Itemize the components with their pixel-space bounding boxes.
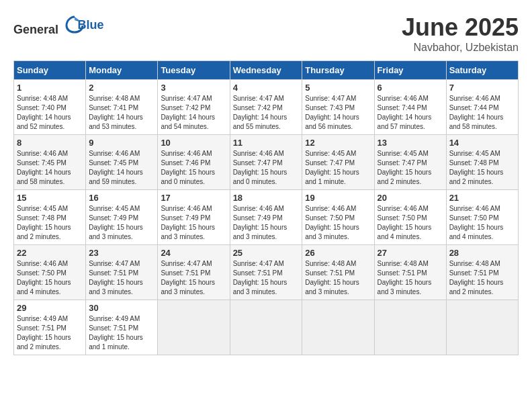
day-number: 16 <box>89 193 154 203</box>
col-sunday: Sunday <box>14 61 86 80</box>
day-info: Sunrise: 4:47 AMSunset: 7:43 PMDaylight:… <box>305 94 371 132</box>
table-row: 23Sunrise: 4:47 AMSunset: 7:51 PMDayligh… <box>86 245 158 300</box>
table-row: 21Sunrise: 4:46 AMSunset: 7:50 PMDayligh… <box>446 190 518 245</box>
day-number: 18 <box>233 193 300 203</box>
table-row: 16Sunrise: 4:45 AMSunset: 7:49 PMDayligh… <box>86 190 158 245</box>
day-info: Sunrise: 4:47 AMSunset: 7:51 PMDaylight:… <box>233 259 300 297</box>
calendar-header-row: Sunday Monday Tuesday Wednesday Thursday… <box>14 61 519 80</box>
day-info: Sunrise: 4:47 AMSunset: 7:51 PMDaylight:… <box>89 259 154 297</box>
day-info: Sunrise: 4:45 AMSunset: 7:48 PMDaylight:… <box>449 149 515 187</box>
table-row <box>374 300 446 355</box>
table-row <box>302 300 374 355</box>
day-number: 23 <box>89 248 154 258</box>
day-number: 27 <box>378 248 443 258</box>
calendar-week-row: 1Sunrise: 4:48 AMSunset: 7:40 PMDaylight… <box>14 80 519 135</box>
table-row: 1Sunrise: 4:48 AMSunset: 7:40 PMDaylight… <box>14 80 86 135</box>
table-row: 25Sunrise: 4:47 AMSunset: 7:51 PMDayligh… <box>230 245 302 300</box>
day-number: 30 <box>89 303 154 313</box>
table-row: 28Sunrise: 4:48 AMSunset: 7:51 PMDayligh… <box>446 245 518 300</box>
day-info: Sunrise: 4:47 AMSunset: 7:42 PMDaylight:… <box>233 94 300 132</box>
table-row <box>230 300 302 355</box>
day-number: 2 <box>89 83 154 93</box>
col-monday: Monday <box>86 61 158 80</box>
day-info: Sunrise: 4:45 AMSunset: 7:48 PMDaylight:… <box>17 204 83 242</box>
day-number: 24 <box>161 248 226 258</box>
day-number: 4 <box>233 83 300 93</box>
table-row <box>446 300 518 355</box>
day-info: Sunrise: 4:45 AMSunset: 7:47 PMDaylight:… <box>305 149 371 187</box>
day-info: Sunrise: 4:46 AMSunset: 7:45 PMDaylight:… <box>17 149 83 187</box>
calendar-week-row: 8Sunrise: 4:46 AMSunset: 7:45 PMDaylight… <box>14 135 519 190</box>
table-row: 26Sunrise: 4:48 AMSunset: 7:51 PMDayligh… <box>302 245 374 300</box>
page-header: General Blue June 2025 Navbahor, Uzbekis… <box>13 13 519 54</box>
table-row: 5Sunrise: 4:47 AMSunset: 7:43 PMDaylight… <box>302 80 374 135</box>
day-info: Sunrise: 4:49 AMSunset: 7:51 PMDaylight:… <box>17 314 83 352</box>
day-info: Sunrise: 4:46 AMSunset: 7:45 PMDaylight:… <box>89 149 154 187</box>
table-row: 24Sunrise: 4:47 AMSunset: 7:51 PMDayligh… <box>158 245 230 300</box>
day-number: 17 <box>161 193 226 203</box>
day-info: Sunrise: 4:46 AMSunset: 7:47 PMDaylight:… <box>233 149 300 187</box>
table-row: 8Sunrise: 4:46 AMSunset: 7:45 PMDaylight… <box>14 135 86 190</box>
day-number: 21 <box>449 193 515 203</box>
day-info: Sunrise: 4:46 AMSunset: 7:50 PMDaylight:… <box>17 259 83 297</box>
table-row <box>158 300 230 355</box>
table-row: 19Sunrise: 4:46 AMSunset: 7:50 PMDayligh… <box>302 190 374 245</box>
day-number: 10 <box>161 138 226 148</box>
table-row: 29Sunrise: 4:49 AMSunset: 7:51 PMDayligh… <box>14 300 86 355</box>
location-subtitle: Navbahor, Uzbekistan <box>402 42 519 54</box>
day-number: 14 <box>449 138 515 148</box>
table-row: 10Sunrise: 4:46 AMSunset: 7:46 PMDayligh… <box>158 135 230 190</box>
calendar-week-row: 29Sunrise: 4:49 AMSunset: 7:51 PMDayligh… <box>14 300 519 355</box>
day-info: Sunrise: 4:48 AMSunset: 7:51 PMDaylight:… <box>305 259 371 297</box>
table-row: 9Sunrise: 4:46 AMSunset: 7:45 PMDaylight… <box>86 135 158 190</box>
day-info: Sunrise: 4:46 AMSunset: 7:50 PMDaylight:… <box>378 204 443 242</box>
day-number: 9 <box>89 138 154 148</box>
table-row: 14Sunrise: 4:45 AMSunset: 7:48 PMDayligh… <box>446 135 518 190</box>
day-info: Sunrise: 4:47 AMSunset: 7:42 PMDaylight:… <box>161 94 226 132</box>
day-number: 28 <box>449 248 515 258</box>
day-number: 5 <box>305 83 371 93</box>
day-info: Sunrise: 4:48 AMSunset: 7:41 PMDaylight:… <box>89 94 154 132</box>
table-row: 6Sunrise: 4:46 AMSunset: 7:44 PMDaylight… <box>374 80 446 135</box>
day-number: 7 <box>449 83 515 93</box>
table-row: 30Sunrise: 4:49 AMSunset: 7:51 PMDayligh… <box>86 300 158 355</box>
day-info: Sunrise: 4:46 AMSunset: 7:50 PMDaylight:… <box>305 204 371 242</box>
table-row: 17Sunrise: 4:46 AMSunset: 7:49 PMDayligh… <box>158 190 230 245</box>
col-saturday: Saturday <box>446 61 518 80</box>
day-info: Sunrise: 4:48 AMSunset: 7:51 PMDaylight:… <box>449 259 515 297</box>
day-number: 25 <box>233 248 300 258</box>
day-number: 8 <box>17 138 83 148</box>
day-info: Sunrise: 4:45 AMSunset: 7:49 PMDaylight:… <box>89 204 154 242</box>
table-row: 15Sunrise: 4:45 AMSunset: 7:48 PMDayligh… <box>14 190 86 245</box>
day-number: 3 <box>161 83 226 93</box>
day-info: Sunrise: 4:47 AMSunset: 7:51 PMDaylight:… <box>161 259 226 297</box>
col-wednesday: Wednesday <box>230 61 302 80</box>
day-number: 26 <box>305 248 371 258</box>
calendar-week-row: 15Sunrise: 4:45 AMSunset: 7:48 PMDayligh… <box>14 190 519 245</box>
calendar-table: Sunday Monday Tuesday Wednesday Thursday… <box>13 60 519 355</box>
table-row: 13Sunrise: 4:45 AMSunset: 7:47 PMDayligh… <box>374 135 446 190</box>
day-number: 6 <box>378 83 443 93</box>
day-number: 19 <box>305 193 371 203</box>
logo-blue-text: Blue <box>78 18 104 32</box>
day-info: Sunrise: 4:48 AMSunset: 7:40 PMDaylight:… <box>17 94 83 132</box>
day-info: Sunrise: 4:46 AMSunset: 7:44 PMDaylight:… <box>378 94 443 132</box>
table-row: 20Sunrise: 4:46 AMSunset: 7:50 PMDayligh… <box>374 190 446 245</box>
day-number: 22 <box>17 248 83 258</box>
logo: General Blue <box>13 13 104 37</box>
table-row: 22Sunrise: 4:46 AMSunset: 7:50 PMDayligh… <box>14 245 86 300</box>
col-friday: Friday <box>374 61 446 80</box>
logo-general-text: General <box>13 23 58 36</box>
day-info: Sunrise: 4:46 AMSunset: 7:49 PMDaylight:… <box>233 204 300 242</box>
day-info: Sunrise: 4:46 AMSunset: 7:44 PMDaylight:… <box>449 94 515 132</box>
day-info: Sunrise: 4:46 AMSunset: 7:49 PMDaylight:… <box>161 204 226 242</box>
day-number: 15 <box>17 193 83 203</box>
day-info: Sunrise: 4:46 AMSunset: 7:50 PMDaylight:… <box>449 204 515 242</box>
table-row: 27Sunrise: 4:48 AMSunset: 7:51 PMDayligh… <box>374 245 446 300</box>
day-info: Sunrise: 4:46 AMSunset: 7:46 PMDaylight:… <box>161 149 226 187</box>
table-row: 7Sunrise: 4:46 AMSunset: 7:44 PMDaylight… <box>446 80 518 135</box>
month-title: June 2025 <box>402 13 519 42</box>
day-number: 11 <box>233 138 300 148</box>
table-row: 11Sunrise: 4:46 AMSunset: 7:47 PMDayligh… <box>230 135 302 190</box>
day-number: 20 <box>378 193 443 203</box>
